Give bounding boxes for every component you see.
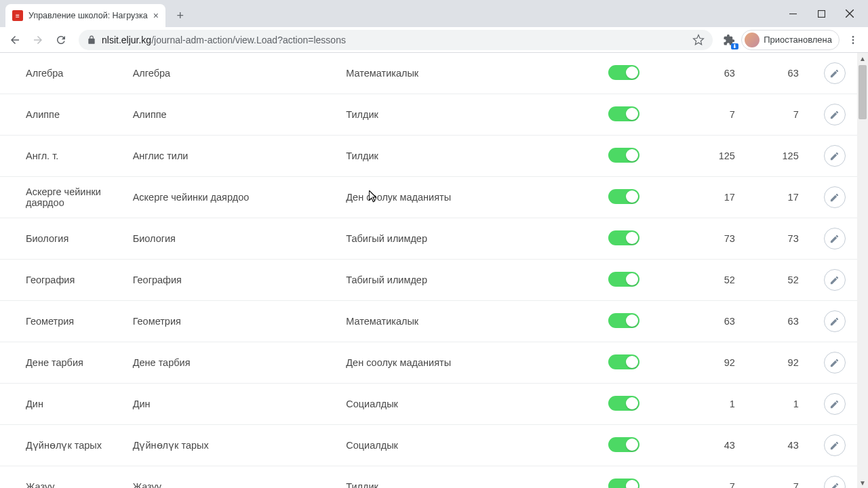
toggle-switch[interactable] — [608, 189, 639, 204]
reload-button[interactable] — [52, 30, 71, 49]
table-row: ЖазууЖазууТилдик77 — [0, 466, 857, 489]
edit-button[interactable] — [824, 310, 846, 332]
toggle-switch[interactable] — [608, 230, 639, 245]
profile-chip[interactable]: Приостановлена — [741, 30, 840, 50]
hours-count-1: 52 — [685, 260, 749, 301]
subject-short: Аскерге чейинки даярдоо — [0, 177, 127, 218]
edit-button[interactable] — [824, 228, 846, 249]
browser-tab[interactable]: ≡ Управление школой: Нагрузка × — [5, 4, 165, 27]
scrollbar[interactable]: ▲ ▼ — [857, 53, 868, 488]
svg-point-6 — [852, 42, 854, 44]
subject-category: Табигый илимдер — [340, 260, 602, 301]
subject-full: Геометрия — [127, 301, 341, 342]
tab-close-icon[interactable]: × — [153, 10, 159, 21]
hours-count-1: 63 — [685, 301, 749, 342]
edit-button[interactable] — [824, 393, 846, 415]
edit-button[interactable] — [824, 145, 846, 167]
subject-short: Биология — [0, 218, 127, 260]
favicon-icon: ≡ — [12, 10, 23, 21]
hours-count-2: 125 — [749, 136, 812, 177]
hours-count-2: 73 — [749, 218, 812, 260]
toggle-switch[interactable] — [608, 272, 639, 287]
subject-category: Социалдык — [340, 425, 602, 466]
maximize-button[interactable] — [816, 9, 826, 18]
hours-count-1: 73 — [685, 218, 749, 260]
extensions-icon[interactable]: ⬇ — [721, 32, 737, 48]
new-tab-button[interactable]: + — [171, 6, 190, 25]
address-bar[interactable]: nlsit.eljur.kg/journal-adm-action/view.L… — [79, 30, 713, 50]
subject-short: География — [0, 260, 127, 301]
table-row: БиологияБиологияТабигый илимдер7373 — [0, 218, 857, 260]
subject-category: Ден соолук маданияты — [340, 177, 602, 218]
subjects-table: АлгебраАлгебраМатематикалык6363АлиппеАли… — [0, 53, 857, 488]
subject-full: Дене тарбия — [127, 342, 341, 384]
svg-rect-1 — [818, 10, 825, 17]
edit-button[interactable] — [824, 476, 846, 488]
subject-short: Дин — [0, 384, 127, 425]
table-row: ДинДинСоциалдык11 — [0, 384, 857, 425]
subject-full: Биология — [127, 218, 341, 260]
hours-count-1: 43 — [685, 425, 749, 466]
toggle-switch[interactable] — [608, 313, 639, 328]
table-row: Аскерге чейинки даярдооАскерге чейинки д… — [0, 177, 857, 218]
subject-category: Математикалык — [340, 53, 602, 94]
svg-point-4 — [852, 36, 854, 38]
lock-icon — [87, 35, 96, 45]
edit-button[interactable] — [824, 269, 846, 291]
subject-short: Дүйнөлүк тарых — [0, 425, 127, 466]
toggle-switch[interactable] — [608, 354, 639, 369]
extension-badge: ⬇ — [731, 43, 738, 49]
table-row: Дене тарбияДене тарбияДен соолук мадания… — [0, 342, 857, 384]
table-row: АлиппеАлиппеТилдик77 — [0, 94, 857, 136]
minimize-button[interactable] — [788, 9, 797, 18]
toggle-switch[interactable] — [608, 106, 639, 121]
edit-button[interactable] — [824, 104, 846, 125]
subject-category: Тилдик — [340, 136, 602, 177]
subject-category: Тилдик — [340, 94, 602, 136]
edit-button[interactable] — [824, 434, 846, 456]
forward-button[interactable] — [28, 30, 47, 49]
hours-count-2: 17 — [749, 177, 812, 218]
hours-count-2: 43 — [749, 425, 812, 466]
toggle-switch[interactable] — [608, 148, 639, 163]
tab-title: Управление школой: Нагрузка — [28, 11, 148, 20]
browser-toolbar: nlsit.eljur.kg/journal-adm-action/view.L… — [0, 27, 868, 53]
edit-button[interactable] — [824, 186, 846, 208]
subject-short: Дене тарбия — [0, 342, 127, 384]
toggle-switch[interactable] — [608, 437, 639, 452]
subject-short: Алгебра — [0, 53, 127, 94]
profile-label: Приостановлена — [764, 35, 832, 45]
close-button[interactable] — [845, 9, 854, 18]
table-row: ГеометрияГеометрияМатематикалык6363 — [0, 301, 857, 342]
subject-short: Алиппе — [0, 94, 127, 136]
subject-category: Ден соолук маданияты — [340, 342, 602, 384]
svg-point-5 — [852, 39, 854, 41]
back-button[interactable] — [5, 30, 24, 49]
hours-count-1: 17 — [685, 177, 749, 218]
scrollbar-thumb[interactable] — [859, 65, 867, 119]
hours-count-1: 7 — [685, 466, 749, 489]
hours-count-2: 92 — [749, 342, 812, 384]
window-controls — [788, 0, 868, 27]
page-content: АлгебраАлгебраМатематикалык6363АлиппеАли… — [0, 53, 857, 488]
subject-full: Алиппе — [127, 94, 341, 136]
hours-count-2: 63 — [749, 53, 812, 94]
subject-full: Аскерге чейинки даярдоо — [127, 177, 341, 218]
scroll-up-icon[interactable]: ▲ — [857, 53, 868, 64]
kebab-menu-icon[interactable] — [844, 30, 863, 49]
bookmark-icon[interactable] — [692, 34, 705, 46]
table-row: Дүйнөлүк тарыхДүйнөлүк тарыхСоциалдык434… — [0, 425, 857, 466]
edit-button[interactable] — [824, 352, 846, 373]
subject-full: География — [127, 260, 341, 301]
toggle-switch[interactable] — [608, 65, 639, 80]
subject-full: Дин — [127, 384, 341, 425]
table-row: АлгебраАлгебраМатематикалык6363 — [0, 53, 857, 94]
toggle-switch[interactable] — [608, 396, 639, 411]
hours-count-1: 92 — [685, 342, 749, 384]
url-text: nlsit.eljur.kg/journal-adm-action/view.L… — [102, 35, 687, 45]
toggle-switch[interactable] — [608, 479, 639, 489]
edit-button[interactable] — [824, 62, 846, 84]
scroll-down-icon[interactable]: ▼ — [857, 477, 868, 488]
hours-count-2: 7 — [749, 466, 812, 489]
subject-short: Геометрия — [0, 301, 127, 342]
